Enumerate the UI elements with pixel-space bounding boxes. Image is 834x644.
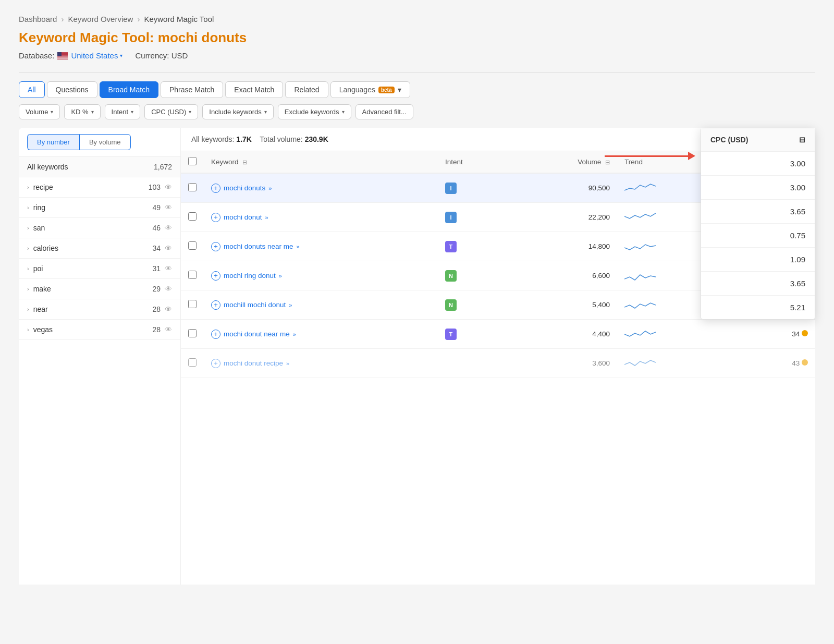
tab-all[interactable]: All [19,81,45,98]
row-4-keyword-cell: + mochi ring donut » [204,261,438,290]
database-country-link[interactable]: United States ▾ [71,51,122,60]
row-4-intent-cell: N [438,261,511,290]
select-all-header[interactable] [181,151,204,173]
keyword-arrows-icon[interactable]: » [265,214,268,221]
list-item[interactable]: › ring 49 👁 [19,198,180,218]
row-3-keyword-link[interactable]: + mochi donuts near me » [211,242,431,251]
row-6-checkbox[interactable] [188,329,197,337]
sidebar-count-recipe: 103 [149,183,161,191]
row-2-checkbox[interactable] [188,212,197,221]
table-area: All keywords: 1.7K Total volume: 230.9K … [180,128,815,585]
add-keyword-icon[interactable]: + [211,213,220,222]
row-6-intent-badge: T [445,329,457,340]
intent-filter[interactable]: Intent ▾ [105,104,141,119]
row-6-checkbox-cell[interactable] [181,320,204,349]
add-keyword-icon[interactable]: + [211,271,220,281]
row-4-checkbox[interactable] [188,271,197,279]
eye-icon[interactable]: 👁 [165,325,172,334]
row-4-keyword-link[interactable]: + mochi ring donut » [211,271,431,281]
cpc-filter[interactable]: CPC (USD) ▾ [144,104,198,119]
expand-icon[interactable]: › [27,306,29,312]
expand-icon[interactable]: › [27,326,29,333]
intent-column-header[interactable]: Intent [438,151,511,173]
add-keyword-icon[interactable]: + [211,184,220,193]
row-3-checkbox[interactable] [188,241,197,250]
row-7-checkbox-cell[interactable] [181,349,204,378]
tab-phrase-match[interactable]: Phrase Match [161,81,223,98]
row-1-checkbox-cell[interactable] [181,173,204,203]
expand-icon[interactable]: › [27,184,29,190]
list-item[interactable]: › recipe 103 👁 [19,177,180,198]
row-2-checkbox-cell[interactable] [181,203,204,232]
row-6-kd-cell: 34 [721,320,815,349]
row-7-checkbox[interactable] [188,358,197,367]
list-item[interactable]: › make 29 👁 [19,279,180,299]
tab-broad-match[interactable]: Broad Match [100,81,158,98]
list-item[interactable]: › vegas 28 👁 [19,320,180,340]
tab-related[interactable]: Related [285,81,328,98]
expand-icon[interactable]: › [27,204,29,211]
row-5-keyword-link[interactable]: + mochill mochi donut » [211,300,431,310]
keyword-arrows-icon[interactable]: » [286,360,289,367]
row-4-checkbox-cell[interactable] [181,261,204,290]
list-item[interactable]: › poi 31 👁 [19,259,180,279]
expand-icon[interactable]: › [27,265,29,272]
volume-column-header[interactable]: Volume ⊟ [511,151,617,173]
row-5-checkbox[interactable] [188,300,197,308]
row-2-keyword-cell: + mochi donut » [204,203,438,232]
row-4-volume-cell: 6,600 [511,261,617,290]
row-3-checkbox-cell[interactable] [181,232,204,261]
eye-icon[interactable]: 👁 [165,244,172,252]
expand-icon[interactable]: › [27,225,29,231]
list-item[interactable]: › calories 34 👁 [19,238,180,259]
eye-icon[interactable]: 👁 [165,203,172,212]
expand-icon[interactable]: › [27,286,29,292]
select-all-checkbox[interactable] [188,157,197,165]
include-keywords-filter[interactable]: Include keywords ▾ [202,104,273,119]
row-7-trend-cell [617,349,721,378]
row-5-intent-cell: N [438,290,511,320]
cpc-value-3: 3.65 [701,200,815,224]
breadcrumb-dashboard[interactable]: Dashboard [19,15,57,23]
eye-icon[interactable]: 👁 [165,305,172,313]
exclude-keywords-filter[interactable]: Exclude keywords ▾ [278,104,351,119]
add-keyword-icon[interactable]: + [211,359,220,368]
row-7-keyword-link[interactable]: + mochi donut recipe » [211,359,431,368]
tab-questions[interactable]: Questions [47,81,97,98]
sidebar-scroll[interactable]: All keywords 1,672 › recipe 103 👁 [19,157,180,585]
keyword-arrows-icon[interactable]: » [293,331,296,337]
tab-languages[interactable]: Languages beta ▾ [330,81,410,98]
by-volume-toggle[interactable]: By volume [79,134,131,150]
volume-filter[interactable]: Volume ▾ [19,104,60,119]
row-2-keyword-link[interactable]: + mochi donut » [211,213,431,222]
list-item[interactable]: › near 28 👁 [19,299,180,320]
keyword-arrows-icon[interactable]: » [289,302,292,308]
row-5-checkbox-cell[interactable] [181,290,204,320]
row-1-checkbox[interactable] [188,183,197,191]
tab-exact-match[interactable]: Exact Match [225,81,283,98]
add-keyword-icon[interactable]: + [211,242,220,251]
add-keyword-icon[interactable]: + [211,300,220,310]
advanced-filter[interactable]: Advanced filt... [355,104,413,119]
eye-icon[interactable]: 👁 [165,224,172,232]
eye-icon[interactable]: 👁 [165,285,172,293]
by-number-toggle[interactable]: By number [27,134,79,150]
keyword-arrows-icon[interactable]: » [279,273,282,279]
cpc-dropdown[interactable]: CPC (USD) ⊟ 3.00 3.00 3.65 0.75 1.09 3.6… [701,128,815,320]
languages-chevron-icon: ▾ [398,86,401,94]
kd-filter[interactable]: KD % ▾ [64,104,100,119]
keyword-arrows-icon[interactable]: » [268,185,272,191]
list-item[interactable]: › san 46 👁 [19,218,180,238]
keyword-arrows-icon[interactable]: » [297,244,300,250]
expand-icon[interactable]: › [27,245,29,251]
eye-icon[interactable]: 👁 [165,183,172,191]
add-keyword-icon[interactable]: + [211,330,220,339]
cpc-filter-icon[interactable]: ⊟ [799,136,805,144]
eye-icon[interactable]: 👁 [165,264,172,273]
trend-sparkline [624,355,656,370]
breadcrumb-keyword-overview[interactable]: Keyword Overview [68,15,133,23]
row-6-keyword-link[interactable]: + mochi donut near me » [211,330,431,339]
row-1-keyword-link[interactable]: + mochi donuts » [211,184,431,193]
keyword-column-header[interactable]: Keyword ⊟ [204,151,438,173]
svg-rect-13 [57,52,62,56]
